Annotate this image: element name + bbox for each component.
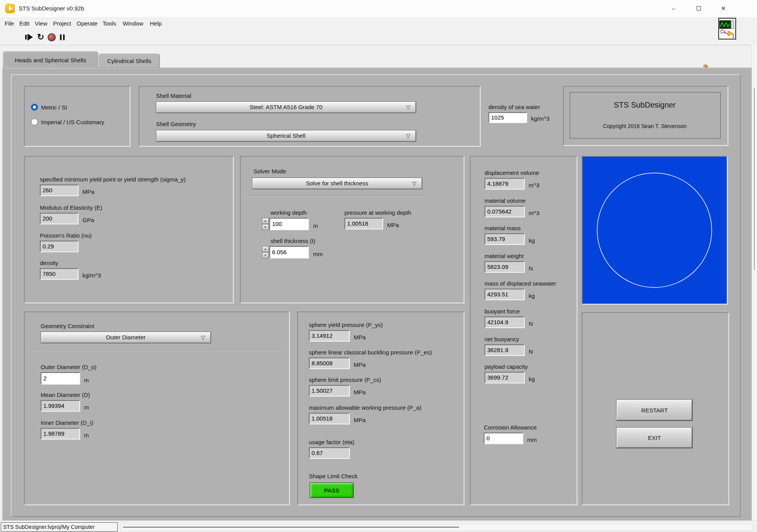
- circle-outline-icon: [582, 157, 727, 304]
- sphere-limit-pressure-indicator: 1.50027: [309, 385, 350, 397]
- abort-button[interactable]: [46, 32, 57, 43]
- minimize-button[interactable]: –: [663, 0, 684, 17]
- chevron-down-icon: ▽: [406, 130, 410, 141]
- solver-mode-dropdown[interactable]: Solve for shell thickness ▽: [252, 178, 422, 189]
- material-volume-label: material volume: [485, 197, 539, 204]
- vertical-scrollbar-thumb[interactable]: [754, 88, 755, 270]
- run-icon-tip: [27, 34, 33, 41]
- yield-strength-label: specified minimum yield point or yield s…: [40, 176, 186, 183]
- geometry-separator: [29, 350, 284, 351]
- working-depth-input[interactable]: 100: [269, 218, 309, 230]
- branding-title: STS SubDesigner: [570, 101, 720, 109]
- unit-label: MPa: [354, 389, 366, 397]
- spin-down-button[interactable]: ▼: [262, 224, 269, 230]
- pause-icon: [60, 34, 62, 40]
- unit-label: kg: [529, 376, 535, 383]
- payload-capacity-indicator: 3699.72: [485, 372, 525, 383]
- displacement-volume-indicator: 4.18879: [485, 178, 525, 190]
- modulus-row: Modulus of Elasticity (E) 200 GPa: [40, 204, 102, 224]
- outer-diameter-input[interactable]: 2: [41, 372, 80, 385]
- shell-material-dropdown[interactable]: Steel: ASTM A516 Grade 70 ▽: [156, 101, 416, 113]
- shell-thickness-spinner[interactable]: ▲ ▼: [262, 246, 269, 258]
- spin-up-button[interactable]: ▲: [262, 246, 269, 252]
- poissons-ratio-indicator: 0.29: [40, 241, 79, 252]
- window-title: STS SubDesigner v0.92b: [19, 0, 84, 17]
- exit-button[interactable]: EXIT: [617, 428, 692, 448]
- menu-operate[interactable]: Operate: [75, 17, 99, 30]
- dropdown-value: Outer Diameter: [106, 334, 146, 340]
- payload-capacity-label: payload capacity: [485, 363, 535, 370]
- chevron-down-icon: ▽: [406, 102, 410, 113]
- dropdown-value: Solve for shell thickness: [306, 180, 368, 186]
- unit-label: N: [529, 320, 533, 328]
- pause-button[interactable]: [57, 32, 67, 43]
- menu-view[interactable]: View: [33, 17, 49, 30]
- close-button[interactable]: ✕: [712, 0, 734, 17]
- mean-diameter-indicator: 1.99394: [41, 400, 80, 412]
- menu-window[interactable]: Window: [121, 17, 145, 30]
- unit-label: m^3: [529, 182, 539, 190]
- menu-tools[interactable]: Tools: [101, 17, 118, 30]
- displacement-volume-label: displacement volume: [485, 169, 539, 176]
- restart-button[interactable]: RESTART: [617, 400, 692, 421]
- spin-down-button[interactable]: ▼: [262, 252, 269, 258]
- displacement-volume-row: displacement volume 4.18879 m^3: [485, 169, 539, 190]
- unit-label: m: [84, 404, 89, 412]
- working-depth-spinner[interactable]: ▲ ▼: [262, 218, 269, 230]
- working-pressure-row: pressure at working depth 1.00518 MPa: [344, 209, 411, 229]
- shell-geometry-dropdown[interactable]: Spherical Shell ▽: [156, 130, 416, 142]
- abort-icon: [48, 33, 56, 41]
- pause-icon-bar2: [63, 34, 65, 40]
- units-group: [24, 86, 130, 147]
- buoyant-force-label: buoyant force: [485, 308, 533, 315]
- horizontal-scrollbar-thumb[interactable]: [123, 527, 459, 528]
- inner-diameter-row: Inner Diameter (D_i) 1.98789 m: [41, 419, 93, 440]
- sphere-buckling-pressure-label: sphere linear classical buckling pressur…: [309, 349, 432, 356]
- radio-selected-icon: [31, 104, 38, 111]
- material-density-label: density: [40, 260, 101, 266]
- unit-label: MPa: [354, 334, 366, 342]
- run-button[interactable]: [24, 32, 34, 43]
- run-continuous-button[interactable]: ↻: [36, 32, 46, 43]
- tab-heads-and-spherical-shells[interactable]: Heads and Spherical Shells: [3, 51, 98, 68]
- run-continuous-icon: ↻: [37, 33, 44, 42]
- shell-thickness-input[interactable]: 6.056: [269, 246, 309, 258]
- solver-separator: [246, 195, 428, 196]
- displaced-seawater-row: mass of displaced seawater 4293.51 kg: [485, 280, 556, 300]
- sea-water-density-row: density of sea water 1025 kg/m^3: [488, 104, 550, 123]
- vi-icon: 1: [718, 18, 736, 39]
- labview-window: STS SubDesigner v0.92b – ✕ File Edit Vie…: [0, 0, 757, 532]
- material-volume-row: material volume 0.075642 m^3: [485, 197, 539, 217]
- unit-label: kg: [529, 293, 535, 300]
- tab-cylindrical-shells[interactable]: Cylindrical Shells: [99, 54, 160, 68]
- working-depth-label: working depth: [271, 209, 318, 216]
- geometry-constraint-dropdown[interactable]: Outer Diameter ▽: [41, 332, 211, 343]
- sea-water-density-input[interactable]: 1025: [488, 112, 527, 123]
- menu-edit[interactable]: Edit: [18, 17, 31, 30]
- shape-limit-check-indicator: PASS: [310, 482, 354, 498]
- poissons-ratio-row: Poisson's Ratio (nu) 0.29: [40, 232, 92, 252]
- geometry-constraint-label: Geometry Constraint: [41, 323, 94, 329]
- shell-cross-section-preview: [582, 156, 728, 304]
- spin-up-button[interactable]: ▲: [262, 218, 269, 224]
- radio-imperial[interactable]: Imperial / US Customary: [31, 118, 104, 125]
- menu-file[interactable]: File: [3, 17, 15, 30]
- material-mass-indicator: 593.79: [485, 233, 525, 245]
- maximize-button[interactable]: [688, 0, 709, 17]
- unit-label: mm: [313, 251, 323, 258]
- shape-limit-check-label: Shape Limit Check: [309, 473, 358, 479]
- unit-label: m: [84, 432, 89, 440]
- corrosion-allowance-input[interactable]: 0: [484, 433, 523, 444]
- material-mass-label: material mass: [485, 225, 535, 231]
- radio-metric-si[interactable]: Metric / SI: [31, 104, 67, 111]
- material-density-indicator: 7850: [40, 268, 79, 280]
- play-triangle-icon: [9, 6, 13, 11]
- solver-mode-label: Solver Mode: [253, 168, 286, 174]
- working-depth-row: working depth ▲ ▼ 100 m: [262, 209, 318, 230]
- menu-help[interactable]: Help: [148, 17, 163, 30]
- usage-factor-row: usage factor (eta) 0.67: [309, 439, 355, 459]
- payload-capacity-row: payload capacity 3699.72 kg: [485, 363, 535, 383]
- menu-project[interactable]: Project: [51, 17, 73, 30]
- displaced-seawater-label: mass of displaced seawater: [485, 280, 556, 287]
- buoyant-force-indicator: 42104.9: [485, 316, 525, 328]
